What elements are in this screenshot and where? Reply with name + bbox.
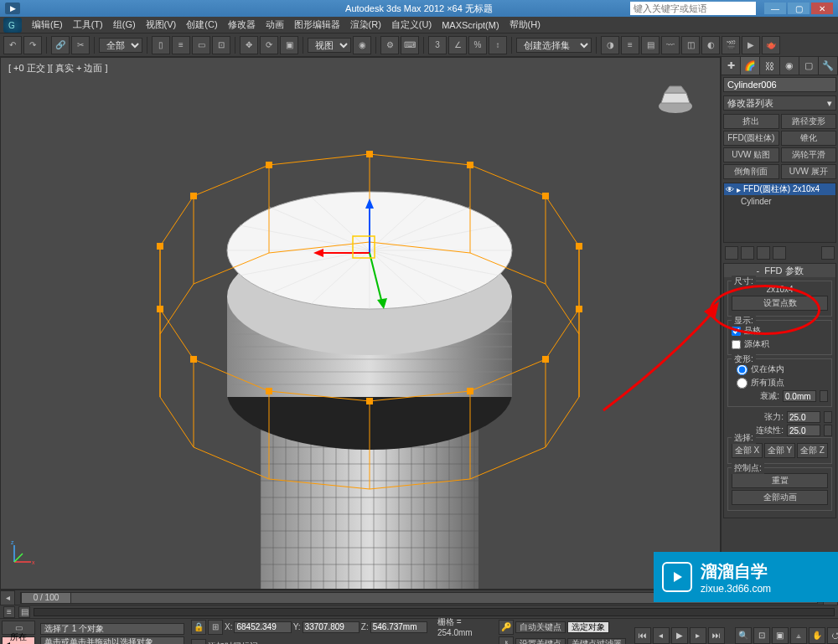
- spinner-snap-button[interactable]: ↕: [489, 36, 507, 54]
- modstack-toggle-icon[interactable]: 👁: [726, 185, 734, 194]
- curve-editor-button[interactable]: 〰: [661, 36, 680, 54]
- select-scale-button[interactable]: ▣: [280, 36, 298, 54]
- undo-button[interactable]: ↶: [3, 36, 22, 54]
- render-setup-button[interactable]: 🎬: [722, 36, 740, 54]
- object-name-field[interactable]: Cylinder006: [723, 77, 836, 92]
- unlink-button[interactable]: ✂: [71, 36, 90, 54]
- material-editor-button[interactable]: ◐: [701, 36, 720, 54]
- selected-label[interactable]: 选定对象: [567, 621, 609, 633]
- abs-rel-icon[interactable]: ⊞: [208, 620, 223, 635]
- mod-extrude-button[interactable]: 挤出: [723, 114, 779, 129]
- add-time-tag[interactable]: 添加时间标记: [208, 641, 258, 644]
- trackbar-config-button[interactable]: ≡: [3, 606, 15, 618]
- all-z-button[interactable]: 全部 Z: [797, 443, 828, 458]
- viewport[interactable]: zx: [0, 57, 721, 590]
- in-volume-radio[interactable]: [737, 364, 747, 375]
- continuity-spinner[interactable]: [787, 425, 820, 436]
- trackbar-filter-button[interactable]: ▤: [18, 606, 30, 618]
- reset-button[interactable]: 重置: [732, 473, 828, 488]
- menu-help[interactable]: 帮助(H): [504, 17, 546, 33]
- search-input[interactable]: [630, 2, 756, 15]
- lock-icon[interactable]: 🔒: [191, 620, 206, 635]
- coord-z[interactable]: 546.737mm: [370, 621, 427, 633]
- maximize-button[interactable]: ▢: [788, 3, 810, 14]
- spinner-arrows[interactable]: [824, 425, 832, 436]
- keyboard-shortcut-button[interactable]: ⌨: [401, 36, 419, 54]
- mod-uvwmap-button[interactable]: UVW 贴图: [723, 147, 779, 162]
- all-verts-radio[interactable]: [737, 378, 747, 389]
- render-button[interactable]: 🫖: [762, 36, 780, 54]
- menu-create[interactable]: 创建(C): [181, 17, 222, 33]
- falloff-spinner[interactable]: [783, 390, 816, 402]
- angle-snap-button[interactable]: ∠: [448, 36, 467, 54]
- menu-edit[interactable]: 编辑(E): [27, 17, 68, 33]
- window-crossing-button[interactable]: ⊡: [212, 36, 230, 54]
- named-selection-set[interactable]: 创建选择集: [516, 38, 592, 53]
- menu-maxscript[interactable]: MAXScript(M): [437, 17, 504, 33]
- source-checkbox-row[interactable]: 源体积: [732, 337, 828, 351]
- modstack-expand-icon[interactable]: ▸: [737, 185, 741, 194]
- spinner-arrows[interactable]: [820, 390, 828, 402]
- percent-snap-button[interactable]: %: [468, 36, 487, 54]
- select-by-name-button[interactable]: ≡: [172, 36, 190, 54]
- lattice-checkbox[interactable]: [732, 327, 741, 336]
- mod-ffdcyl-button[interactable]: FFD(圆柱体): [723, 131, 779, 146]
- tab-modify[interactable]: 🌈: [741, 57, 760, 75]
- mod-pathdeform-button[interactable]: 路径变形: [781, 114, 837, 129]
- modstack-row-cylinder[interactable]: Cylinder: [724, 195, 835, 207]
- menu-modifiers[interactable]: 修改器: [223, 17, 261, 33]
- modifier-list-dropdown[interactable]: 修改器列表▾: [723, 95, 836, 111]
- menu-animation[interactable]: 动画: [261, 17, 289, 33]
- render-frame-button[interactable]: ▶: [742, 36, 760, 54]
- show-end-result-button[interactable]: [741, 246, 754, 260]
- keymode-icon[interactable]: ⚷: [499, 636, 514, 645]
- next-frame-button[interactable]: ▸: [690, 627, 706, 644]
- tab-motion[interactable]: ◉: [780, 57, 799, 75]
- modstack-row-ffd[interactable]: 👁 ▸ FFD(圆柱体) 2x10x4: [724, 183, 835, 195]
- setkey-button[interactable]: 设置关键点: [515, 638, 566, 645]
- remove-modifier-button[interactable]: [773, 246, 786, 260]
- tab-hierarchy[interactable]: ⛓: [760, 57, 779, 75]
- autokey-button[interactable]: 自动关键点: [515, 621, 566, 633]
- zoom-all-button[interactable]: ⊡: [753, 627, 770, 644]
- coord-y[interactable]: 33707.809: [303, 621, 360, 633]
- all-verts-radio-row[interactable]: 所有顶点: [732, 376, 828, 389]
- close-button[interactable]: ✕: [811, 3, 833, 14]
- schematic-view-button[interactable]: ◫: [681, 36, 700, 54]
- zoom-extents-button[interactable]: ▣: [772, 627, 789, 644]
- select-region-button[interactable]: ▭: [192, 36, 210, 54]
- app-menu-icon[interactable]: G: [3, 18, 22, 33]
- select-rotate-button[interactable]: ⟳: [260, 36, 278, 54]
- mod-bevelprofile-button[interactable]: 倒角剖面: [723, 164, 779, 179]
- tension-spinner[interactable]: [787, 411, 820, 423]
- select-manipulate-button[interactable]: ⚙: [380, 36, 399, 54]
- zoom-button[interactable]: 🔍: [735, 627, 752, 644]
- viewport-label[interactable]: [ +0 正交 ][ 真实 + 边面 ]: [8, 62, 108, 75]
- fov-button[interactable]: ⟁: [790, 627, 807, 644]
- mod-uvwunwrap-button[interactable]: UVW 展开: [781, 164, 837, 179]
- refcoord-dropdown[interactable]: 视图: [308, 38, 351, 53]
- all-y-button[interactable]: 全部 Y: [764, 443, 795, 458]
- timeline-left-button[interactable]: ◂: [0, 590, 15, 605]
- tab-utilities[interactable]: 🔧: [819, 57, 838, 75]
- mod-turbosmooth-button[interactable]: 涡轮平滑: [781, 147, 837, 162]
- orbit-button[interactable]: ⭯: [827, 627, 838, 644]
- pin-stack-button[interactable]: [725, 246, 738, 260]
- set-points-button[interactable]: 设置点数: [732, 296, 828, 311]
- mod-taper-button[interactable]: 锥化: [781, 131, 837, 146]
- tab-display[interactable]: ▢: [799, 57, 819, 75]
- menu-views[interactable]: 视图(V): [141, 17, 182, 33]
- source-checkbox[interactable]: [732, 340, 741, 349]
- menu-group[interactable]: 组(G): [108, 17, 141, 33]
- tab-create[interactable]: ✚: [722, 57, 741, 75]
- modifier-stack[interactable]: 👁 ▸ FFD(圆柱体) 2x10x4 Cylinder: [723, 183, 836, 243]
- link-button[interactable]: 🔗: [51, 36, 70, 54]
- time-knob[interactable]: 0 / 100: [21, 592, 71, 604]
- viewcube[interactable]: [656, 81, 695, 115]
- make-unique-button[interactable]: [757, 246, 770, 260]
- play-button[interactable]: ▶: [671, 627, 688, 644]
- coord-x[interactable]: 68452.349: [234, 621, 291, 633]
- menu-grapheditors[interactable]: 图形编辑器: [289, 17, 345, 33]
- minimize-button[interactable]: —: [764, 3, 786, 14]
- menu-customize[interactable]: 自定义(U): [386, 17, 437, 33]
